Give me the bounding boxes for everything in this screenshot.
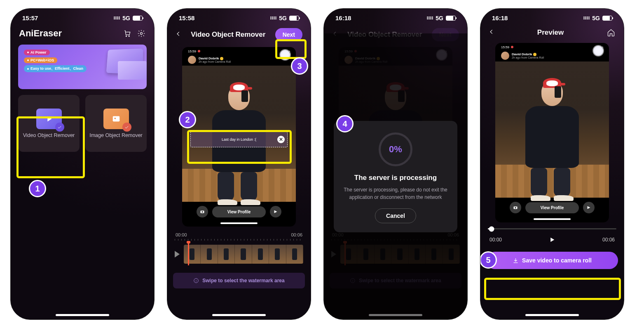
camera-icon[interactable] xyxy=(510,202,521,213)
caption-text: Last day in London :( xyxy=(222,137,256,142)
progress-percent: 0% xyxy=(389,144,402,155)
svg-point-11 xyxy=(515,207,516,208)
camera-icon[interactable] xyxy=(197,206,208,217)
next-button[interactable]: Next xyxy=(275,28,302,41)
avatar xyxy=(188,56,196,64)
time-start: 00:00 xyxy=(176,232,187,237)
battery-icon xyxy=(289,16,299,21)
status-bar: 15:57 5G xyxy=(11,9,154,24)
send-icon[interactable] xyxy=(583,202,595,213)
video-mini-status: 15:59 xyxy=(182,47,296,54)
scrubber[interactable] xyxy=(488,228,616,229)
cancel-button[interactable]: Cancel xyxy=(375,208,416,223)
preview-header: Preview xyxy=(480,24,624,43)
processing-modal: 0% The server is processing The server i… xyxy=(334,121,457,232)
time-start: 00:00 xyxy=(489,237,502,243)
drag-handle xyxy=(220,222,258,224)
play-icon[interactable] xyxy=(175,251,180,257)
network-label: 5G xyxy=(279,15,287,21)
avatar xyxy=(501,52,509,60)
step-badge-1: 1 xyxy=(29,180,46,197)
svg-point-2 xyxy=(141,33,143,35)
home-indicator xyxy=(212,314,266,316)
banner-pill-3: Easy to use、Efficient、Clean xyxy=(24,65,87,72)
svg-point-1 xyxy=(129,36,129,37)
battery-icon xyxy=(602,16,612,21)
network-label: 5G xyxy=(436,15,443,21)
info-icon xyxy=(193,278,199,283)
user-name: David Dobrik xyxy=(199,57,219,60)
save-button[interactable]: Save video to camera roll xyxy=(486,252,618,269)
cart-icon[interactable] xyxy=(123,29,132,38)
home-indicator xyxy=(56,314,109,316)
play-icon[interactable] xyxy=(548,236,556,243)
home-indicator xyxy=(525,314,579,316)
story-ring-icon xyxy=(592,45,604,57)
video-frame[interactable]: 15:59 David Dobrik 2h ago from Camera Ro… xyxy=(495,43,609,222)
signal-dots-icon xyxy=(583,17,590,19)
modal-body: The server is processing, please do not … xyxy=(342,186,449,201)
record-dot-icon xyxy=(511,46,513,48)
save-label: Save video to camera roll xyxy=(522,257,592,264)
send-icon[interactable] xyxy=(270,206,281,217)
status-right: 5G xyxy=(270,15,299,21)
promo-banner[interactable]: AI Power PC+Web+iOS Easy to use、Efficien… xyxy=(18,45,147,89)
svg-point-6 xyxy=(202,211,203,213)
user-subtitle: 2h ago from Camera Roll xyxy=(199,60,231,63)
tile-video-object-remover[interactable]: Video Object Remover xyxy=(18,95,80,152)
back-icon[interactable] xyxy=(176,31,181,38)
banner-pill-1: AI Power xyxy=(24,50,50,55)
record-dot-icon xyxy=(198,50,200,52)
scrubber-thumb[interactable] xyxy=(489,226,494,231)
status-bar: 16:18 5G xyxy=(324,9,467,24)
processing-modal-overlay: 0% The server is processing The server i… xyxy=(324,33,467,319)
signal-dots-icon xyxy=(114,17,120,19)
video-preview: 15:59 David Dobrik 2h ago from Camera Ro… xyxy=(495,43,609,222)
gear-icon[interactable] xyxy=(137,29,146,38)
timeline[interactable]: 00:0000:06 xyxy=(167,227,311,266)
status-right: 5G xyxy=(427,15,456,21)
watermark-selection-box[interactable]: Last day in London :( ✕ xyxy=(190,132,288,147)
phone-home: 15:57 5G AniEraser AI Power PC+Web+iOS E… xyxy=(10,8,155,320)
phone-editor: 15:58 5G Video Object Remover Next 15:59… xyxy=(167,8,311,320)
video-user-row: David Dobrik 2h ago from Camera Roll xyxy=(182,54,296,66)
thumbnail-strip[interactable] xyxy=(184,245,303,264)
time-end: 00:06 xyxy=(602,237,615,243)
status-bar: 16:18 5G xyxy=(480,9,624,24)
video-content xyxy=(495,61,609,198)
editor-header: Video Object Remover Next xyxy=(167,24,311,47)
video-content: Last day in London :( ✕ xyxy=(182,66,296,202)
status-time: 15:57 xyxy=(22,14,38,21)
back-icon[interactable] xyxy=(489,29,494,36)
user-name: David Dobrik xyxy=(512,52,532,56)
step-badge-3: 3 xyxy=(291,57,308,75)
page-title: Video Object Remover xyxy=(181,31,275,39)
app-title: AniEraser xyxy=(19,28,62,39)
battery-icon xyxy=(133,16,143,21)
hint-text: Swipe to select the watermark area xyxy=(202,278,284,283)
user-subtitle: 2h ago from Camera Roll xyxy=(512,56,544,59)
network-label: 5G xyxy=(592,15,600,21)
video-frame[interactable]: 15:59 David Dobrik 2h ago from Camera Ro… xyxy=(182,47,296,227)
image-remover-icon xyxy=(103,109,129,129)
step-badge-4: 4 xyxy=(336,115,354,132)
time-end: 00:06 xyxy=(291,232,302,237)
status-time: 15:58 xyxy=(179,14,194,21)
signal-dots-icon xyxy=(270,17,276,19)
view-profile-button[interactable]: View Profile xyxy=(212,206,266,217)
home-icon[interactable] xyxy=(607,28,616,37)
phone-preview: 16:18 5G Preview 15:59 David Dobrik 2h a… xyxy=(480,8,624,320)
banner-pill-2: PC+Web+iOS xyxy=(24,57,57,63)
remove-badge-icon xyxy=(122,123,131,132)
playback-row: 00:00 00:06 xyxy=(480,234,624,249)
status-right: 5G xyxy=(583,15,612,21)
story-ring-icon xyxy=(279,49,291,61)
view-profile-button[interactable]: View Profile xyxy=(525,202,579,213)
tile-image-object-remover[interactable]: Image Object Remover xyxy=(85,95,147,152)
status-right: 5G xyxy=(114,15,143,21)
close-icon[interactable]: ✕ xyxy=(277,136,285,143)
playhead[interactable] xyxy=(188,243,189,265)
status-time: 16:18 xyxy=(335,14,351,21)
signal-dots-icon xyxy=(427,17,433,19)
network-label: 5G xyxy=(122,15,130,21)
